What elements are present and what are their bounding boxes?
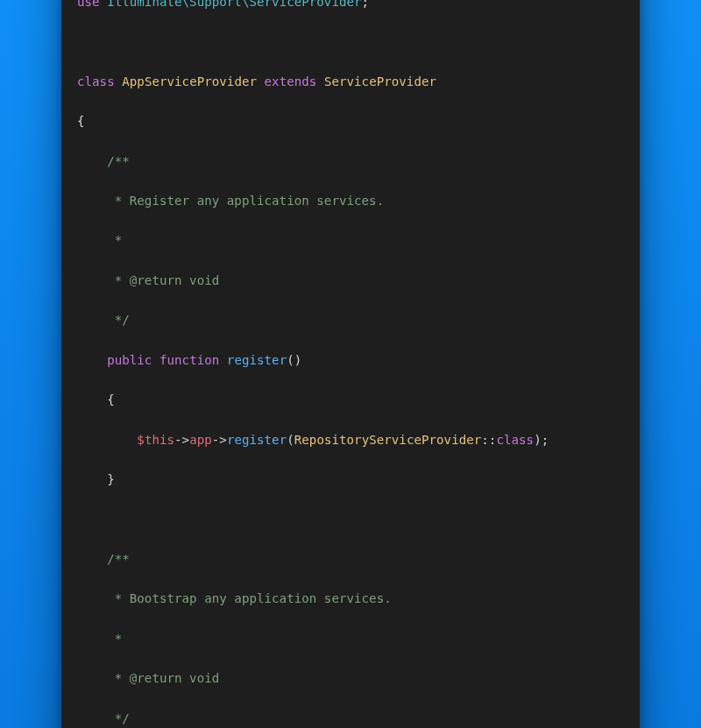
call-register: register — [227, 433, 287, 447]
docblock: /** — [77, 552, 130, 566]
docblock: * @return void — [77, 671, 219, 685]
method-register: register — [219, 353, 287, 367]
kw-function: function — [152, 353, 219, 367]
docblock: * @return void — [77, 273, 219, 287]
class-name: AppServiceProvider — [115, 74, 265, 88]
docblock: */ — [77, 711, 130, 725]
kw-class: class — [77, 74, 115, 88]
var-this: $this — [137, 433, 174, 447]
code-window: <?php namespace App\Providers; use Illum… — [61, 0, 640, 728]
docblock: * Register any application services. — [77, 194, 384, 208]
arg-class: RepositoryServiceProvider — [294, 433, 482, 447]
docblock: * — [77, 632, 122, 646]
code-block: <?php namespace App\Providers; use Illum… — [61, 0, 640, 728]
kw-class-const: class — [496, 433, 534, 447]
docblock: * — [77, 233, 122, 247]
kw-use: use — [77, 0, 100, 9]
docblock: * Bootstrap any application services. — [77, 591, 392, 605]
docblock: */ — [77, 313, 130, 327]
docblock: /** — [77, 154, 130, 168]
kw-public: public — [77, 353, 152, 367]
prop-app: app — [189, 433, 212, 447]
kw-extends: extends — [265, 74, 317, 88]
parent-class-name: ServiceProvider — [316, 74, 436, 88]
brace-open: { — [77, 114, 85, 128]
use-value: Illuminate\Support\ServiceProvider — [100, 0, 362, 9]
